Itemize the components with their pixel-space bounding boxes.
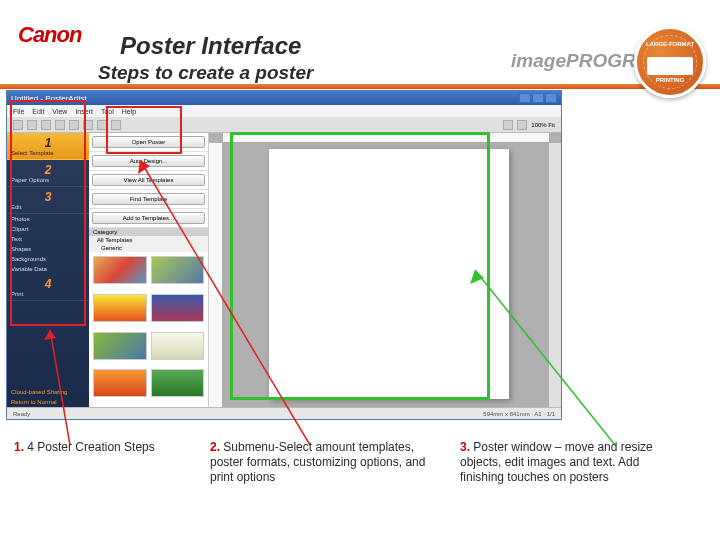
steps-panel: 1Select Template 2Paper Options 3Edit Ph…: [7, 133, 89, 407]
tool-icon[interactable]: [97, 120, 107, 130]
callout-2: 2. Submenu-Select amount templates, post…: [210, 440, 460, 485]
menu-item[interactable]: File: [13, 108, 24, 115]
status-text: Ready: [13, 411, 30, 417]
tool-icon[interactable]: [55, 120, 65, 130]
step-3[interactable]: 3Edit: [7, 187, 89, 214]
zoom-level[interactable]: 100% Fit: [531, 122, 555, 128]
close-button[interactable]: [545, 93, 557, 103]
callout-3: 3. Poster window – move and resize objec…: [460, 440, 690, 485]
minimize-button[interactable]: [519, 93, 531, 103]
menu-item[interactable]: Insert: [75, 108, 93, 115]
zoom-icon[interactable]: [517, 120, 527, 130]
canvas-area: [209, 133, 561, 407]
template-thumb[interactable]: [151, 332, 205, 360]
category-generic[interactable]: Generic: [89, 244, 208, 252]
callout-1: 1. 4 Poster Creation Steps: [0, 440, 210, 485]
menu-item[interactable]: Edit: [32, 108, 44, 115]
template-thumb[interactable]: [151, 369, 205, 397]
ruler-horizontal: [223, 133, 549, 143]
poster-canvas[interactable]: [269, 149, 509, 399]
cloud-sharing[interactable]: Cloud-based Sharing: [7, 387, 89, 397]
menu-item[interactable]: View: [52, 108, 67, 115]
step-4[interactable]: 4Print: [7, 274, 89, 301]
template-thumb[interactable]: [151, 294, 205, 322]
divider-bar: [0, 84, 720, 89]
tool-icon[interactable]: [83, 120, 93, 130]
submenu-panel: Open Poster Auto Design... View All Temp…: [89, 133, 209, 407]
canon-logo: Canon: [18, 22, 81, 48]
add-templates-button[interactable]: Add to Templates...: [92, 212, 205, 224]
window-title: Untitled - PosterArtist: [11, 94, 87, 103]
menu-item[interactable]: Tool: [101, 108, 114, 115]
view-templates-button[interactable]: View All Templates: [92, 174, 205, 186]
auto-design-button[interactable]: Auto Design...: [92, 155, 205, 167]
statusbar: Ready 594mm x 841mm · A1 · 1/1: [7, 407, 561, 419]
sub-shapes[interactable]: Shapes: [7, 244, 89, 254]
tool-icon[interactable]: [111, 120, 121, 130]
status-size: 594mm x 841mm · A1 · 1/1: [483, 411, 555, 417]
step-2[interactable]: 2Paper Options: [7, 160, 89, 187]
template-thumb[interactable]: [93, 369, 147, 397]
menubar: File Edit View Insert Tool Help: [7, 105, 561, 117]
graphics-badge: LARGE-FORMAT PRINTING: [634, 26, 706, 98]
app-window: Untitled - PosterArtist File Edit View I…: [6, 90, 562, 420]
tool-icon[interactable]: [13, 120, 23, 130]
tool-icon[interactable]: [27, 120, 37, 130]
tool-icon[interactable]: [69, 120, 79, 130]
template-thumb[interactable]: [93, 332, 147, 360]
toolbar: 100% Fit: [7, 117, 561, 133]
menu-item[interactable]: Help: [122, 108, 136, 115]
return-normal[interactable]: Return to Normal: [7, 397, 89, 407]
open-poster-button[interactable]: Open Poster: [92, 136, 205, 148]
template-grid: [89, 252, 208, 407]
sub-backgrounds[interactable]: Backgrounds: [7, 254, 89, 264]
page-subtitle: Steps to create a poster: [98, 62, 313, 84]
tool-icon[interactable]: [503, 120, 513, 130]
sub-text[interactable]: Text: [7, 234, 89, 244]
template-thumb[interactable]: [93, 256, 147, 284]
sub-variable[interactable]: Variable Data: [7, 264, 89, 274]
find-template-button[interactable]: Find Template: [92, 193, 205, 205]
maximize-button[interactable]: [532, 93, 544, 103]
category-label: Category: [89, 228, 208, 236]
tool-icon[interactable]: [41, 120, 51, 130]
sub-photos[interactable]: Photos: [7, 214, 89, 224]
titlebar: Untitled - PosterArtist: [7, 91, 561, 105]
template-thumb[interactable]: [93, 294, 147, 322]
category-all[interactable]: All Templates: [89, 236, 208, 244]
scrollbar-vertical[interactable]: [549, 143, 561, 407]
template-thumb[interactable]: [151, 256, 205, 284]
ruler-vertical: [209, 143, 223, 407]
page-title: Poster Interface: [120, 32, 301, 60]
step-1[interactable]: 1Select Template: [7, 133, 89, 160]
sub-clipart[interactable]: Clipart: [7, 224, 89, 234]
